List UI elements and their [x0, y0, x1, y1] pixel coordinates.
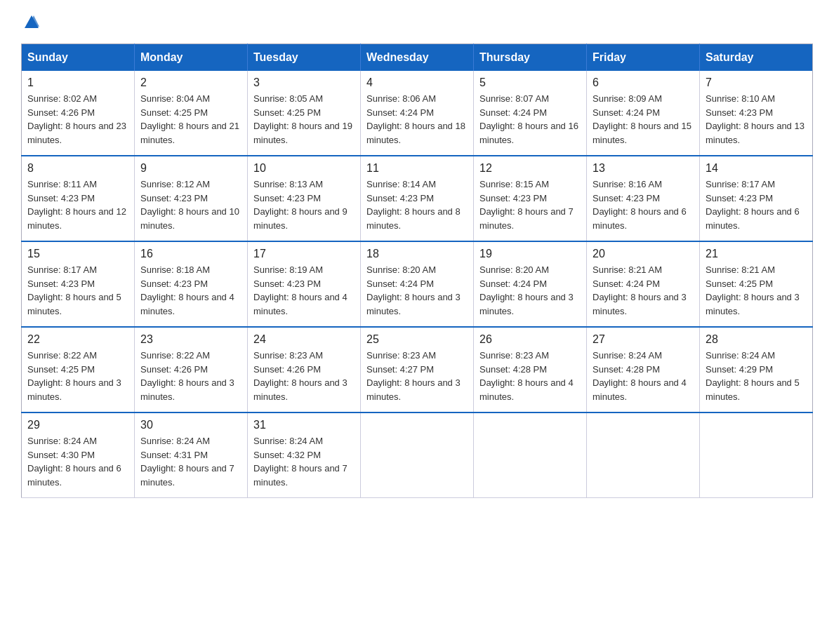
day-number: 19 [479, 248, 581, 260]
day-number: 31 [253, 419, 355, 431]
daylight-label: Daylight: 8 hours and 5 minutes. [706, 377, 800, 402]
sunrise-label: Sunrise: 8:13 AM [253, 179, 323, 189]
sunset-label: Sunset: 4:25 PM [253, 107, 321, 118]
daylight-label: Daylight: 8 hours and 3 minutes. [27, 377, 121, 402]
day-info: Sunrise: 8:18 AM Sunset: 4:23 PM Dayligh… [140, 263, 241, 318]
day-info: Sunrise: 8:02 AM Sunset: 4:26 PM Dayligh… [27, 92, 128, 147]
sunset-label: Sunset: 4:23 PM [253, 193, 321, 203]
day-number: 14 [706, 162, 807, 175]
sunrise-label: Sunrise: 8:07 AM [479, 93, 549, 104]
day-info: Sunrise: 8:07 AM Sunset: 4:24 PM Dayligh… [479, 92, 581, 147]
calendar-day-cell: 16 Sunrise: 8:18 AM Sunset: 4:23 PM Dayl… [135, 241, 248, 327]
sunset-label: Sunset: 4:23 PM [479, 193, 547, 203]
calendar-day-cell: 11 Sunrise: 8:14 AM Sunset: 4:23 PM Dayl… [361, 156, 474, 241]
day-number: 5 [479, 76, 581, 89]
sunrise-label: Sunrise: 8:05 AM [253, 93, 323, 104]
calendar-day-cell: 29 Sunrise: 8:24 AM Sunset: 4:30 PM Dayl… [22, 412, 135, 498]
daylight-label: Daylight: 8 hours and 23 minutes. [27, 121, 126, 145]
sunrise-label: Sunrise: 8:10 AM [706, 93, 775, 104]
calendar-day-cell: 7 Sunrise: 8:10 AM Sunset: 4:23 PM Dayli… [700, 71, 813, 156]
day-of-week-header: Thursday [474, 44, 587, 72]
daylight-label: Daylight: 8 hours and 8 minutes. [366, 206, 461, 231]
sunrise-label: Sunrise: 8:23 AM [253, 350, 323, 361]
sunset-label: Sunset: 4:24 PM [366, 279, 434, 289]
logo [21, 14, 39, 29]
sunset-label: Sunset: 4:28 PM [479, 364, 547, 375]
calendar-day-cell: 18 Sunrise: 8:20 AM Sunset: 4:24 PM Dayl… [361, 241, 474, 327]
calendar-day-cell: 9 Sunrise: 8:12 AM Sunset: 4:23 PM Dayli… [135, 156, 248, 241]
calendar-day-cell: 22 Sunrise: 8:22 AM Sunset: 4:25 PM Dayl… [22, 327, 135, 412]
daylight-label: Daylight: 8 hours and 7 minutes. [253, 463, 348, 488]
sunrise-label: Sunrise: 8:04 AM [140, 93, 210, 104]
day-of-week-header: Sunday [22, 44, 135, 72]
day-info: Sunrise: 8:05 AM Sunset: 4:25 PM Dayligh… [253, 92, 355, 147]
day-info: Sunrise: 8:15 AM Sunset: 4:23 PM Dayligh… [479, 177, 581, 232]
day-of-week-header: Saturday [700, 44, 813, 72]
sunset-label: Sunset: 4:23 PM [706, 193, 773, 203]
sunset-label: Sunset: 4:23 PM [27, 193, 95, 203]
calendar-day-cell: 5 Sunrise: 8:07 AM Sunset: 4:24 PM Dayli… [474, 71, 587, 156]
day-info: Sunrise: 8:14 AM Sunset: 4:23 PM Dayligh… [366, 177, 468, 232]
day-number: 20 [593, 248, 694, 260]
day-number: 18 [366, 248, 468, 260]
day-info: Sunrise: 8:20 AM Sunset: 4:24 PM Dayligh… [366, 263, 468, 318]
sunset-label: Sunset: 4:25 PM [27, 364, 95, 375]
sunset-label: Sunset: 4:24 PM [366, 107, 434, 118]
daylight-label: Daylight: 8 hours and 18 minutes. [366, 121, 465, 145]
daylight-label: Daylight: 8 hours and 4 minutes. [253, 292, 348, 316]
day-number: 9 [140, 162, 241, 175]
sunrise-label: Sunrise: 8:15 AM [479, 179, 549, 189]
calendar-day-cell: 23 Sunrise: 8:22 AM Sunset: 4:26 PM Dayl… [135, 327, 248, 412]
day-number: 8 [27, 162, 128, 175]
sunrise-label: Sunrise: 8:14 AM [366, 179, 436, 189]
sunrise-label: Sunrise: 8:17 AM [706, 179, 775, 189]
day-info: Sunrise: 8:23 AM Sunset: 4:26 PM Dayligh… [253, 349, 355, 403]
sunrise-label: Sunrise: 8:06 AM [366, 93, 436, 104]
daylight-label: Daylight: 8 hours and 3 minutes. [479, 292, 574, 316]
day-number: 27 [593, 333, 694, 346]
day-number: 2 [140, 76, 241, 89]
sunset-label: Sunset: 4:23 PM [366, 193, 434, 203]
sunset-label: Sunset: 4:23 PM [27, 279, 95, 289]
day-number: 29 [27, 419, 128, 431]
day-info: Sunrise: 8:24 AM Sunset: 4:28 PM Dayligh… [593, 349, 694, 403]
sunrise-label: Sunrise: 8:21 AM [593, 264, 662, 275]
daylight-label: Daylight: 8 hours and 16 minutes. [479, 121, 578, 145]
daylight-label: Daylight: 8 hours and 7 minutes. [140, 463, 234, 488]
calendar-body: 1 Sunrise: 8:02 AM Sunset: 4:26 PM Dayli… [22, 71, 813, 498]
day-number: 21 [706, 248, 807, 260]
sunrise-label: Sunrise: 8:11 AM [27, 179, 97, 189]
day-info: Sunrise: 8:16 AM Sunset: 4:23 PM Dayligh… [593, 177, 694, 232]
calendar-header: SundayMondayTuesdayWednesdayThursdayFrid… [22, 44, 813, 72]
sunrise-label: Sunrise: 8:20 AM [479, 264, 549, 275]
day-number: 23 [140, 333, 241, 346]
daylight-label: Daylight: 8 hours and 3 minutes. [593, 292, 687, 316]
day-info: Sunrise: 8:09 AM Sunset: 4:24 PM Dayligh… [593, 92, 694, 147]
sunrise-label: Sunrise: 8:22 AM [27, 350, 97, 361]
daylight-label: Daylight: 8 hours and 3 minutes. [253, 377, 348, 402]
calendar-day-cell [587, 412, 700, 498]
day-info: Sunrise: 8:10 AM Sunset: 4:23 PM Dayligh… [706, 92, 807, 147]
day-of-week-header: Tuesday [248, 44, 361, 72]
day-of-week-header: Wednesday [361, 44, 474, 72]
calendar-day-cell: 27 Sunrise: 8:24 AM Sunset: 4:28 PM Dayl… [587, 327, 700, 412]
sunset-label: Sunset: 4:30 PM [27, 450, 95, 460]
calendar-day-cell: 4 Sunrise: 8:06 AM Sunset: 4:24 PM Dayli… [361, 71, 474, 156]
daylight-label: Daylight: 8 hours and 3 minutes. [706, 292, 800, 316]
sunrise-label: Sunrise: 8:24 AM [706, 350, 775, 361]
day-info: Sunrise: 8:12 AM Sunset: 4:23 PM Dayligh… [140, 177, 241, 232]
day-number: 6 [593, 76, 694, 89]
daylight-label: Daylight: 8 hours and 3 minutes. [140, 377, 234, 402]
day-info: Sunrise: 8:24 AM Sunset: 4:31 PM Dayligh… [140, 434, 241, 489]
calendar-table: SundayMondayTuesdayWednesdayThursdayFrid… [21, 43, 813, 498]
daylight-label: Daylight: 8 hours and 9 minutes. [253, 206, 348, 231]
sunrise-label: Sunrise: 8:20 AM [366, 264, 436, 275]
daylight-label: Daylight: 8 hours and 21 minutes. [140, 121, 239, 145]
day-number: 4 [366, 76, 468, 89]
day-number: 16 [140, 248, 241, 260]
sunrise-label: Sunrise: 8:23 AM [479, 350, 549, 361]
calendar-day-cell: 15 Sunrise: 8:17 AM Sunset: 4:23 PM Dayl… [22, 241, 135, 327]
daylight-label: Daylight: 8 hours and 4 minutes. [479, 377, 574, 402]
day-number: 1 [27, 76, 128, 89]
sunrise-label: Sunrise: 8:16 AM [593, 179, 662, 189]
